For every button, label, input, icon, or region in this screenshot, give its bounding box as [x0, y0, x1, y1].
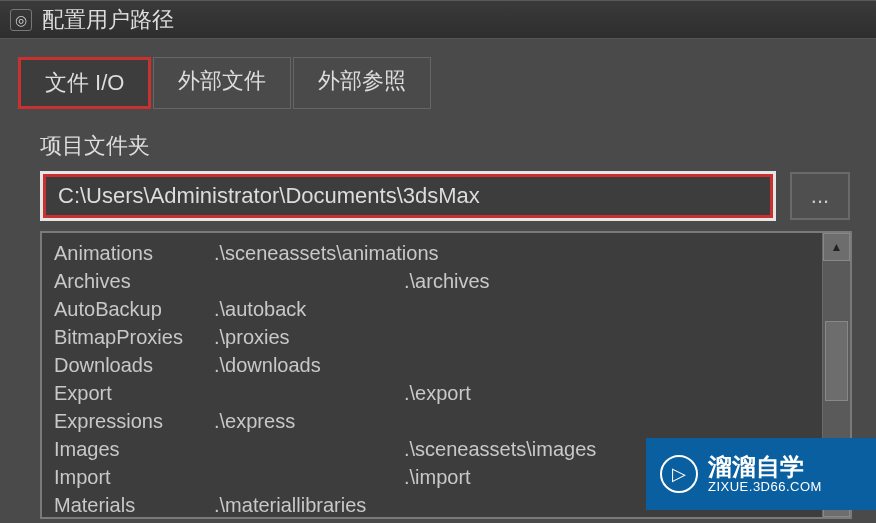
path-col3: .\archives	[404, 267, 810, 295]
path-name: Materials	[54, 491, 214, 517]
path-name: Animations	[54, 239, 214, 267]
watermark-title: 溜溜自学	[708, 454, 822, 480]
path-col2: .\downloads	[214, 351, 404, 379]
path-name: Archives	[54, 267, 214, 295]
path-col3	[404, 407, 810, 435]
path-col2: .\materiallibraries	[214, 491, 404, 517]
path-name: Export	[54, 379, 214, 407]
play-icon: ▷	[660, 455, 698, 493]
window-titlebar: ◎ 配置用户路径	[0, 0, 876, 38]
scroll-thumb[interactable]	[825, 321, 848, 401]
path-name: Downloads	[54, 351, 214, 379]
list-item[interactable]: Expressions.\express	[54, 407, 810, 435]
list-item[interactable]: Export.\export	[54, 379, 810, 407]
path-col3	[404, 295, 810, 323]
path-col3	[404, 323, 810, 351]
tab-bar: 文件 I/O 外部文件 外部参照	[0, 38, 876, 109]
window-title: 配置用户路径	[42, 5, 174, 35]
path-col2	[214, 463, 404, 491]
path-name: Expressions	[54, 407, 214, 435]
path-col3	[404, 351, 810, 379]
path-name: Images	[54, 435, 214, 463]
path-col3: .\export	[404, 379, 810, 407]
path-row: ...	[40, 171, 852, 221]
browse-button[interactable]: ...	[790, 172, 850, 220]
path-col2	[214, 379, 404, 407]
project-path-input[interactable]	[58, 183, 758, 209]
project-path-box	[40, 171, 776, 221]
list-item[interactable]: Downloads.\downloads	[54, 351, 810, 379]
scroll-up-button[interactable]: ▲	[823, 233, 850, 261]
tab-external-refs[interactable]: 外部参照	[293, 57, 431, 109]
list-item[interactable]: BitmapProxies.\proxies	[54, 323, 810, 351]
path-col2: .\proxies	[214, 323, 404, 351]
watermark: ▷ 溜溜自学 ZIXUE.3D66.COM	[646, 438, 876, 510]
path-name: Import	[54, 463, 214, 491]
path-col2: .\autoback	[214, 295, 404, 323]
path-col2	[214, 267, 404, 295]
list-item[interactable]: AutoBackup.\autoback	[54, 295, 810, 323]
path-col2: .\sceneassets\animations	[214, 239, 404, 267]
watermark-url: ZIXUE.3D66.COM	[708, 480, 822, 494]
path-col2	[214, 435, 404, 463]
path-col2: .\express	[214, 407, 404, 435]
tab-file-io[interactable]: 文件 I/O	[18, 57, 151, 109]
path-name: BitmapProxies	[54, 323, 214, 351]
list-item[interactable]: Animations.\sceneassets\animations	[54, 239, 810, 267]
app-icon: ◎	[10, 9, 32, 31]
path-name: AutoBackup	[54, 295, 214, 323]
project-folder-label: 项目文件夹	[40, 131, 852, 161]
path-col3	[404, 239, 810, 267]
list-item[interactable]: Archives.\archives	[54, 267, 810, 295]
tab-external-files[interactable]: 外部文件	[153, 57, 291, 109]
